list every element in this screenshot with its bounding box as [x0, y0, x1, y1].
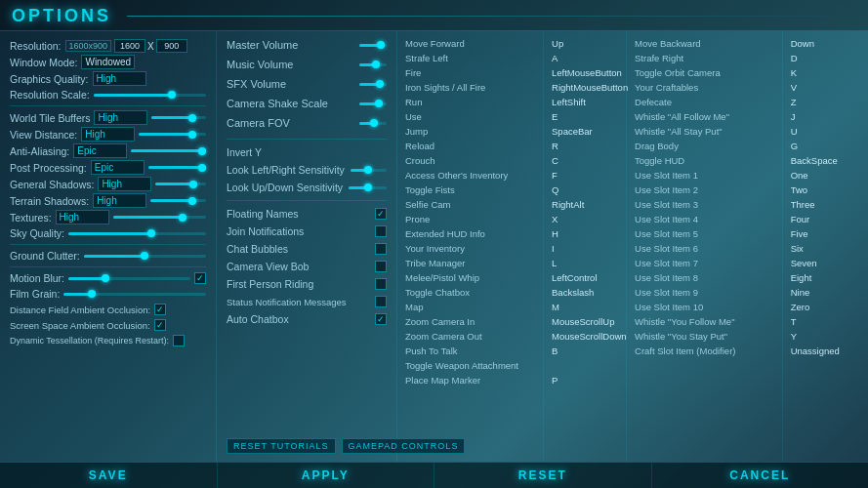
keybind-action-row[interactable]: Jump	[405, 125, 535, 138]
status-notification-checkbox[interactable]	[375, 296, 387, 307]
keybind-key-row[interactable]: Up	[552, 37, 618, 50]
keybind-action-row[interactable]: Use	[405, 110, 535, 123]
keybind-action-row[interactable]: Iron Sights / All Fire	[405, 81, 535, 94]
save-button[interactable]: SAVE	[0, 463, 218, 488]
keybind-key-row-2[interactable]: Z	[791, 96, 860, 108]
keybind-action-row[interactable]: Toggle Fists	[405, 183, 535, 196]
reset-tutorials-button[interactable]: RESET TUTORIALS	[227, 438, 336, 454]
view-distance-dropdown[interactable]: High	[81, 127, 135, 142]
keybind-key-row[interactable]: B	[552, 345, 618, 357]
dfao-checkbox[interactable]	[154, 304, 166, 315]
graphics-quality-dropdown[interactable]: High	[93, 71, 146, 86]
camera-view-bob-checkbox[interactable]	[375, 261, 387, 272]
keybind-key-row[interactable]: L	[552, 257, 618, 269]
anti-aliasing-slider[interactable]	[131, 149, 206, 152]
keybind-key-row-2[interactable]: G	[791, 140, 860, 152]
keybind-action-row-2[interactable]: Use Slot Item 7	[635, 257, 774, 269]
film-grain-slider[interactable]	[63, 293, 206, 296]
keybind-key-row[interactable]: Backslash	[552, 286, 618, 299]
keybind-key-row[interactable]: X	[552, 213, 618, 225]
keybind-key-row-2[interactable]: BackSpace	[791, 154, 860, 167]
keybind-action-row[interactable]: Toggle Chatbox	[405, 286, 535, 299]
keybind-action-row[interactable]: Move Forward	[405, 37, 535, 50]
resolution-preset[interactable]: 1600x900	[65, 40, 112, 52]
terrain-shadows-dropdown[interactable]: High	[93, 193, 146, 208]
sky-quality-slider[interactable]	[68, 232, 206, 235]
resolution-w[interactable]	[114, 39, 145, 53]
dynamic-tess-checkbox[interactable]	[173, 335, 185, 346]
keybind-key-row-2[interactable]: D	[791, 52, 860, 64]
keybind-key-row-2[interactable]: One	[791, 169, 860, 182]
keybind-action-row[interactable]: Your Inventory	[405, 242, 535, 255]
keybind-key-row-2[interactable]: Seven	[791, 257, 860, 269]
keybind-action-row-2[interactable]: Craft Slot Item (Modifier)	[635, 345, 774, 357]
keybind-key-row-2[interactable]: U	[791, 125, 860, 138]
keybind-action-row-2[interactable]: Whistle "You Stay Put"	[635, 330, 774, 343]
keybind-key-row[interactable]: RightMouseButton	[552, 81, 618, 94]
keybind-key-row-2[interactable]: Unassigned	[791, 345, 860, 357]
keybind-action-row-2[interactable]: Toggle HUD	[635, 154, 774, 167]
general-shadows-dropdown[interactable]: High	[98, 177, 151, 191]
keybind-key-row-2[interactable]: Down	[791, 37, 860, 50]
apply-button[interactable]: APPLY	[218, 463, 435, 488]
keybind-key-row[interactable]: LeftMouseButton	[552, 66, 618, 79]
first-person-riding-checkbox[interactable]	[375, 278, 387, 290]
keybind-action-row[interactable]: Map	[405, 301, 535, 313]
keybind-action-row-2[interactable]: Use Slot Item 6	[635, 242, 774, 255]
general-shadows-slider[interactable]	[155, 183, 206, 185]
keybind-action-row-2[interactable]: Whistle "You Follow Me"	[635, 315, 774, 328]
keybind-key-row[interactable]: P	[552, 374, 618, 386]
keybind-action-row-2[interactable]: Drag Body	[635, 140, 774, 152]
keybind-action-row-2[interactable]: Your Craftables	[635, 81, 774, 94]
music-volume-slider[interactable]	[359, 63, 387, 66]
keybind-action-row-2[interactable]: Whistle "All Follow Me"	[635, 110, 774, 123]
keybind-action-row[interactable]: Tribe Manager	[405, 257, 535, 269]
keybind-key-row-2[interactable]: Four	[791, 213, 860, 225]
join-notifications-checkbox[interactable]	[375, 225, 387, 237]
post-processing-dropdown[interactable]: Epic	[91, 160, 145, 175]
keybind-action-row-2[interactable]: Use Slot Item 3	[635, 198, 774, 211]
keybind-action-row[interactable]: Selfie Cam	[405, 198, 535, 211]
window-mode-dropdown[interactable]: Windowed	[81, 55, 135, 69]
chat-bubbles-checkbox[interactable]	[375, 243, 387, 255]
keybind-key-row-2[interactable]: Zero	[791, 301, 860, 313]
keybind-action-row[interactable]: Strafe Left	[405, 52, 535, 64]
textures-dropdown[interactable]: High	[56, 210, 109, 224]
ground-clutter-slider[interactable]	[84, 255, 206, 258]
sfx-volume-slider[interactable]	[359, 83, 387, 86]
keybind-key-row[interactable]: MouseScrollDown	[552, 330, 618, 343]
keybind-key-row-2[interactable]: Nine	[791, 286, 860, 299]
keybind-key-row[interactable]: SpaceBar	[552, 125, 618, 138]
keybind-key-row-2[interactable]: J	[791, 110, 860, 123]
world-tile-dropdown[interactable]: High	[94, 110, 147, 125]
keybind-key-row-2[interactable]: Y	[791, 330, 860, 343]
ssao-checkbox[interactable]	[154, 319, 166, 331]
camera-fov-slider[interactable]	[359, 122, 387, 125]
keybind-key-row[interactable]: MouseScrollUp	[552, 315, 618, 328]
keybind-key-row[interactable]: LeftControl	[552, 271, 618, 284]
keybind-key-row-2[interactable]: Five	[791, 227, 860, 240]
keybind-action-row-2[interactable]: Use Slot Item 10	[635, 301, 774, 313]
keybind-key-row-2[interactable]: Three	[791, 198, 860, 211]
keybind-key-row[interactable]: H	[552, 227, 618, 240]
keybind-key-row[interactable]: M	[552, 301, 618, 313]
keybind-key-row[interactable]	[552, 359, 618, 372]
keybind-key-row-2[interactable]: K	[791, 66, 860, 79]
keybind-key-row[interactable]: Q	[552, 183, 618, 196]
keybind-action-row-2[interactable]: Use Slot Item 2	[635, 183, 774, 196]
cancel-button[interactable]: CANCEL	[652, 463, 869, 488]
keybind-key-row[interactable]: C	[552, 154, 618, 167]
keybind-action-row-2[interactable]: Use Slot Item 9	[635, 286, 774, 299]
look-ud-slider[interactable]	[349, 186, 387, 189]
keybind-action-row-2[interactable]: Toggle Orbit Camera	[635, 66, 774, 79]
world-tile-slider[interactable]	[151, 116, 206, 119]
keybind-action-row[interactable]: Crouch	[405, 154, 535, 167]
keybind-action-row[interactable]: Toggle Weapon Attachment	[405, 359, 535, 372]
keybind-action-row[interactable]: Melee/Pistol Whip	[405, 271, 535, 284]
keybind-action-row-2[interactable]: Strafe Right	[635, 52, 774, 64]
keybind-key-row-2[interactable]: Six	[791, 242, 860, 255]
auto-chatbox-checkbox[interactable]	[375, 313, 387, 325]
keybind-action-row-2[interactable]: Whistle "All Stay Put"	[635, 125, 774, 138]
keybind-key-row[interactable]: I	[552, 242, 618, 255]
keybind-action-row[interactable]: Push To Talk	[405, 345, 535, 357]
